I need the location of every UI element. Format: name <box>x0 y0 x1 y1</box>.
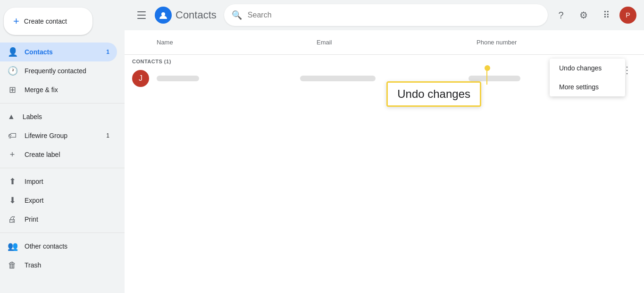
apps-button[interactable]: ⠿ <box>597 6 616 25</box>
sidebar-item-other-contacts[interactable]: 👥 Other contacts <box>0 237 117 256</box>
sidebar-item-trash[interactable]: 🗑 Trash <box>0 256 117 275</box>
print-label: Print <box>25 215 38 223</box>
search-icon: 🔍 <box>232 10 242 20</box>
search-input[interactable] <box>248 11 540 19</box>
topbar: Contacts 🔍 ? ⚙ ⠿ P <box>125 0 644 30</box>
col-header-phone: Phone number <box>477 39 636 46</box>
col-header-name: Name <box>132 39 317 46</box>
sidebar-item-print[interactable]: 🖨 Print <box>0 210 117 229</box>
settings-button[interactable]: ⚙ <box>574 6 593 25</box>
dropdown-item-undo-changes[interactable]: Undo changes <box>550 59 625 78</box>
trash-icon: 🗑 <box>8 260 17 270</box>
import-label: Import <box>25 178 43 185</box>
topbar-right: ? ⚙ ⠿ P <box>552 6 636 25</box>
sidebar-item-contacts-label: Contacts <box>25 48 53 56</box>
main-content: Contacts 🔍 ? ⚙ ⠿ P Name Email Phone numb… <box>125 0 644 293</box>
sidebar-item-create-label[interactable]: + Create label <box>0 145 117 164</box>
labels-section-label: Labels <box>23 113 42 121</box>
create-contact-button[interactable]: + Create contact <box>4 8 92 35</box>
person-outline-icon: 👥 <box>8 241 17 251</box>
contacts-table-area: Name Email Phone number CONTACTS (1) J ⋮… <box>125 30 644 293</box>
lifewire-group-label: Lifewire Group <box>25 132 67 139</box>
svg-point-0 <box>161 12 165 16</box>
hamburger-line-2 <box>137 15 146 16</box>
sidebar-top: + Create contact <box>0 4 125 43</box>
hamburger-line-3 <box>137 18 146 19</box>
app-logo-circle <box>155 7 172 24</box>
import-icon: ⬆ <box>8 176 17 187</box>
contact-avatar: J <box>132 70 149 87</box>
lifewire-group-badge: 1 <box>106 132 109 139</box>
other-contacts-label: Other contacts <box>25 242 67 250</box>
print-icon: 🖨 <box>8 215 17 224</box>
table-header: Name Email Phone number <box>125 30 644 55</box>
label-icon: 🏷 <box>8 131 17 141</box>
create-contact-label: Create contact <box>24 17 67 25</box>
sidebar-item-import[interactable]: ⬆ Import <box>0 172 117 191</box>
divider-1 <box>0 103 125 103</box>
dropdown-item-more-settings[interactable]: More settings <box>550 78 625 96</box>
merge-icon: ⊞ <box>8 85 17 95</box>
contacts-badge: 1 <box>106 49 109 55</box>
sidebar-item-frequently-contacted[interactable]: 🕐 Frequently contacted <box>0 61 117 80</box>
labels-section-header[interactable]: ▲ Labels <box>0 107 125 126</box>
contact-email-cell <box>300 76 468 81</box>
app-title: Contacts <box>176 9 217 21</box>
hamburger-menu-button[interactable] <box>132 6 151 25</box>
chevron-up-icon: ▲ <box>8 112 15 121</box>
create-label-text: Create label <box>25 151 60 158</box>
divider-2 <box>0 168 125 168</box>
col-header-email: Email <box>317 39 477 46</box>
export-icon: ⬇ <box>8 195 17 206</box>
sidebar-item-frequently-contacted-label: Frequently contacted <box>25 67 86 75</box>
sidebar-item-contacts[interactable]: 👤 Contacts 1 <box>0 43 117 61</box>
sidebar: + Create contact 👤 Contacts 1 🕐 Frequent… <box>0 0 125 293</box>
help-button[interactable]: ? <box>552 6 570 25</box>
phone-placeholder <box>468 76 520 81</box>
app-logo: Contacts <box>155 7 217 24</box>
trash-label: Trash <box>25 261 41 269</box>
account-avatar-button[interactable]: P <box>619 7 636 24</box>
history-icon: 🕐 <box>8 66 17 76</box>
email-placeholder <box>300 76 376 81</box>
sidebar-item-export[interactable]: ⬇ Export <box>0 191 117 210</box>
sidebar-item-lifewire-group[interactable]: 🏷 Lifewire Group 1 <box>0 126 117 145</box>
sidebar-item-merge-fix-label: Merge & fix <box>25 86 58 94</box>
divider-3 <box>0 233 125 233</box>
dropdown-menu: Undo changes More settings <box>550 59 625 96</box>
add-label-icon: + <box>8 150 17 160</box>
sidebar-item-merge-fix[interactable]: ⊞ Merge & fix <box>0 80 117 99</box>
plus-icon: + <box>13 15 19 27</box>
export-label: Export <box>25 197 43 204</box>
search-bar[interactable]: 🔍 <box>224 4 548 26</box>
person-icon: 👤 <box>8 47 17 57</box>
name-placeholder <box>157 76 199 81</box>
hamburger-line-1 <box>137 11 146 12</box>
contact-name-cell: J <box>132 70 300 87</box>
